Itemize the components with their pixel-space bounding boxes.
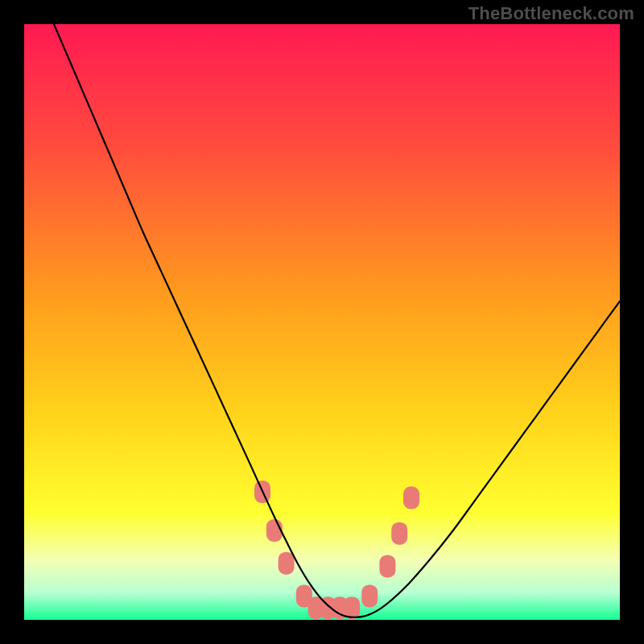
marker-dot xyxy=(403,486,419,509)
marker-dot xyxy=(379,555,395,577)
plot-area xyxy=(24,24,620,620)
watermark-text: TheBottleneck.com xyxy=(469,3,634,24)
chart-svg xyxy=(24,24,620,620)
marker-dot xyxy=(279,552,295,575)
chart-background xyxy=(24,24,620,620)
chart-frame: TheBottleneck.com xyxy=(0,0,644,644)
marker-dot xyxy=(361,584,378,607)
marker-dot xyxy=(391,522,407,545)
